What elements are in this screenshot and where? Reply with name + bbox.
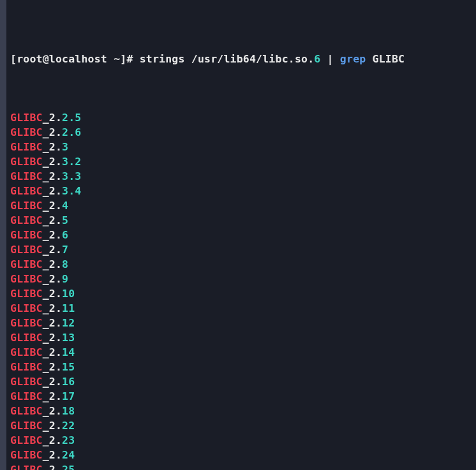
output-line: GLIBC_2.17 [10, 389, 476, 404]
output-line: GLIBC_2.14 [10, 345, 476, 360]
output-line: GLIBC_2.12 [10, 316, 476, 330]
version-sep: _2. [43, 302, 62, 314]
output-line: GLIBC_2.25 [10, 462, 476, 470]
glibc-match: GLIBC [10, 156, 43, 168]
glibc-match: GLIBC [10, 390, 43, 402]
scroll-gutter [0, 0, 6, 470]
prompt-line: [root@localhost ~]# strings /usr/lib64/l… [10, 52, 476, 66]
version-sep: _2. [43, 214, 62, 226]
output-line: GLIBC_2.9 [10, 272, 476, 286]
version-number: 7 [62, 244, 68, 256]
terminal-output[interactable]: [root@localhost ~]# strings /usr/lib64/l… [10, 4, 476, 470]
version-sep: _2. [43, 200, 62, 212]
version-number: 6 [62, 229, 68, 241]
glibc-match: GLIBC [10, 405, 43, 417]
arg-path: /usr/lib64/libc.so. [185, 53, 315, 65]
version-sep: _2. [43, 258, 62, 270]
version-sep: _2. [43, 112, 62, 124]
output-line: GLIBC_2.11 [10, 301, 476, 316]
grep-pattern: GLIBC [373, 53, 405, 65]
version-sep: _2. [43, 464, 62, 470]
version-sep: _2. [43, 420, 62, 432]
version-number: 3.2 [62, 156, 81, 168]
version-number: 18 [62, 405, 75, 417]
version-number: 25 [62, 464, 75, 470]
version-sep: _2. [43, 317, 62, 329]
version-number: 8 [62, 258, 68, 270]
version-number: 2.6 [62, 126, 81, 138]
version-sep: _2. [43, 376, 62, 388]
output-line: GLIBC_2.22 [10, 418, 476, 433]
output-line: GLIBC_2.5 [10, 213, 476, 228]
output-line: GLIBC_2.3.4 [10, 184, 476, 198]
output-line: GLIBC_2.3.3 [10, 169, 476, 184]
glibc-match: GLIBC [10, 361, 43, 373]
glibc-match: GLIBC [10, 464, 43, 470]
version-number: 3.4 [62, 185, 81, 197]
output-line: GLIBC_2.6 [10, 228, 476, 242]
grep-command: grep [340, 53, 366, 65]
version-number: 16 [62, 376, 75, 388]
glibc-match: GLIBC [10, 112, 43, 124]
version-sep: _2. [43, 126, 62, 138]
version-number: 24 [62, 449, 75, 461]
output-line: GLIBC_2.2.5 [10, 110, 476, 125]
output-line: GLIBC_2.23 [10, 433, 476, 448]
glibc-match: GLIBC [10, 302, 43, 314]
glibc-match: GLIBC [10, 332, 43, 344]
glibc-match: GLIBC [10, 317, 43, 329]
version-number: 17 [62, 390, 75, 402]
terminal-window[interactable]: [root@localhost ~]# strings /usr/lib64/l… [0, 0, 476, 470]
version-sep: _2. [43, 434, 62, 446]
version-sep: _2. [43, 141, 62, 153]
version-sep: _2. [43, 449, 62, 461]
version-sep: _2. [43, 244, 62, 256]
version-number: 4 [62, 200, 68, 212]
version-number: 2.5 [62, 112, 81, 124]
shell-prompt: [root@localhost ~]# [10, 53, 140, 65]
version-sep: _2. [43, 332, 62, 344]
glibc-match: GLIBC [10, 200, 43, 212]
version-sep: _2. [43, 361, 62, 373]
pipe-symbol: | [320, 53, 339, 65]
version-number: 3 [62, 141, 68, 153]
glibc-match: GLIBC [10, 434, 43, 446]
glibc-match: GLIBC [10, 288, 43, 300]
version-number: 12 [62, 317, 75, 329]
version-number: 10 [62, 288, 75, 300]
version-number: 5 [62, 214, 68, 226]
glibc-match: GLIBC [10, 258, 43, 270]
glibc-match: GLIBC [10, 170, 43, 182]
glibc-match: GLIBC [10, 126, 43, 138]
output-line: GLIBC_2.18 [10, 404, 476, 418]
version-number: 13 [62, 332, 75, 344]
version-number: 15 [62, 361, 75, 373]
glibc-match: GLIBC [10, 141, 43, 153]
version-number: 11 [62, 302, 75, 314]
output-line: GLIBC_2.7 [10, 242, 476, 257]
glibc-match: GLIBC [10, 346, 43, 358]
glibc-match: GLIBC [10, 420, 43, 432]
glibc-match: GLIBC [10, 449, 43, 461]
output-line: GLIBC_2.3 [10, 140, 476, 154]
command-name: strings [140, 53, 185, 65]
version-sep: _2. [43, 346, 62, 358]
version-sep: _2. [43, 185, 62, 197]
version-number: 22 [62, 420, 75, 432]
output-line: GLIBC_2.8 [10, 257, 476, 272]
glibc-match: GLIBC [10, 229, 43, 241]
version-sep: _2. [43, 156, 62, 168]
output-line: GLIBC_2.2.6 [10, 125, 476, 140]
arg-path-num: 6 [314, 53, 320, 65]
output-line: GLIBC_2.10 [10, 286, 476, 301]
glibc-match: GLIBC [10, 273, 43, 285]
output-line: GLIBC_2.16 [10, 374, 476, 389]
glibc-match: GLIBC [10, 244, 43, 256]
version-number: 14 [62, 346, 75, 358]
output-line: GLIBC_2.15 [10, 360, 476, 374]
version-sep: _2. [43, 170, 62, 182]
glibc-match: GLIBC [10, 376, 43, 388]
glibc-match: GLIBC [10, 185, 43, 197]
version-sep: _2. [43, 273, 62, 285]
glibc-match: GLIBC [10, 214, 43, 226]
